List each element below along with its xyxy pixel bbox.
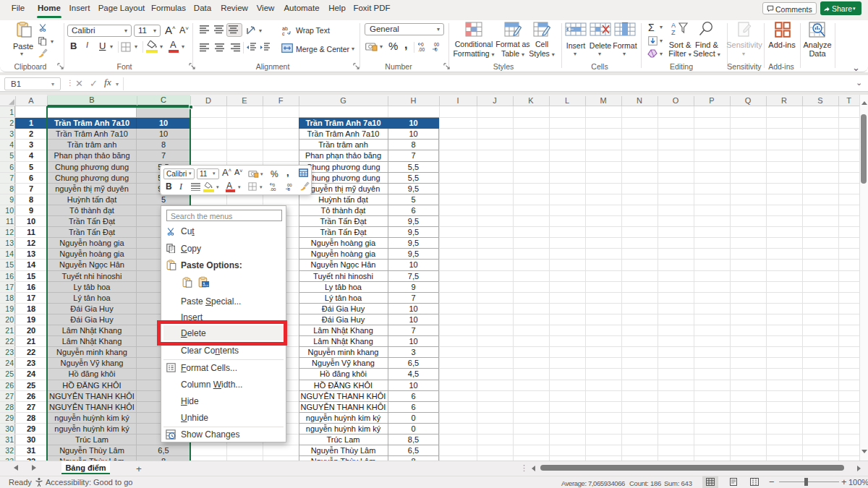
svg-text:A: A	[671, 22, 676, 29]
svg-text:Z: Z	[671, 29, 676, 35]
svg-text:0: 0	[421, 42, 424, 47]
svg-text:c: c	[282, 31, 285, 35]
svg-text:00: 00	[434, 42, 440, 47]
svg-text:00: 00	[287, 183, 292, 187]
svg-text:ab: ab	[282, 26, 288, 31]
svg-text:0: 0	[273, 183, 276, 187]
svg-text:.00: .00	[418, 47, 425, 52]
svg-text:.00: .00	[270, 187, 276, 192]
